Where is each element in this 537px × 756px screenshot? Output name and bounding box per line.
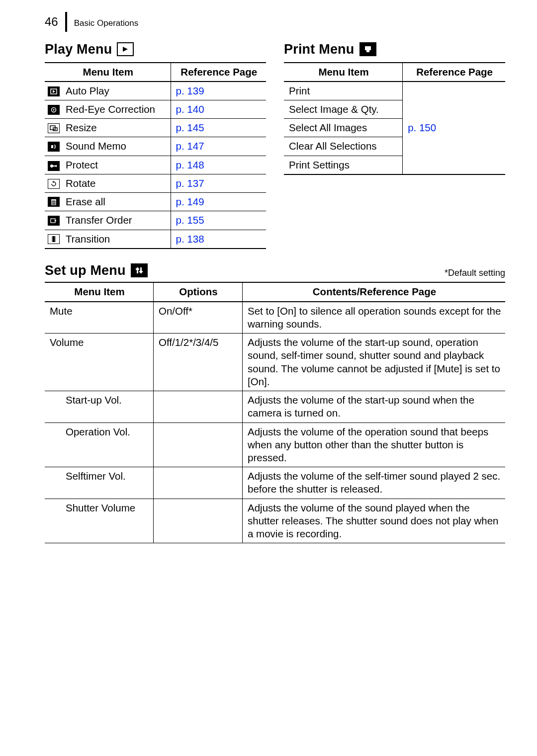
- svg-rect-10: [56, 165, 57, 167]
- page-number: 46: [45, 14, 58, 30]
- svg-marker-0: [123, 47, 128, 52]
- menu-item-name: Selftimer Vol.: [45, 467, 154, 499]
- table-row: Start-up Vol.Adjusts the volume of the s…: [45, 391, 505, 422]
- menu-item-contents: Adjusts the volume of the start-up sound…: [243, 391, 506, 422]
- print-menu-table: Menu Item Reference Page Printp. 150Sele…: [284, 62, 505, 175]
- page-reference-link[interactable]: p. 145: [176, 122, 204, 133]
- menu-item-name: Volume: [45, 334, 154, 391]
- print-th-ref: Reference Page: [403, 63, 505, 82]
- setup-th-options: Options: [154, 282, 243, 301]
- table-row: Printp. 150: [284, 82, 505, 100]
- svg-marker-11: [52, 181, 54, 183]
- page-reference-link[interactable]: p. 140: [176, 103, 204, 115]
- autoplay-icon: [48, 86, 60, 96]
- table-row: Transfer Orderp. 155: [45, 211, 266, 230]
- soundmemo-icon: [48, 142, 60, 152]
- menu-item-name: Resize: [61, 119, 171, 137]
- setup-menu-heading: Set up Menu: [45, 262, 148, 279]
- table-row: Rotatep. 137: [45, 174, 266, 192]
- svg-rect-27: [139, 271, 143, 272]
- protect-icon: [48, 161, 60, 171]
- svg-rect-24: [137, 267, 138, 273]
- svg-rect-13: [51, 199, 56, 200]
- table-row: Protectp. 148: [45, 156, 266, 174]
- menu-item-name: Start-up Vol.: [45, 391, 154, 422]
- page-reference-link[interactable]: p. 139: [176, 85, 204, 96]
- header-divider: [65, 12, 67, 32]
- page-reference-link[interactable]: p. 137: [176, 177, 204, 189]
- table-row: Shutter VolumeAdjusts the volume of the …: [45, 499, 505, 543]
- svg-rect-21: [55, 236, 56, 242]
- setup-menu-title: Set up Menu: [45, 262, 126, 279]
- menu-item-name: Sound Memo: [61, 137, 171, 156]
- menu-item-name: Rotate: [61, 174, 171, 192]
- table-row: MuteOn/Off*Set to [On] to silence all op…: [45, 302, 505, 334]
- svg-rect-23: [366, 50, 369, 52]
- menu-item-options: On/Off*: [154, 302, 243, 334]
- menu-item-options: [154, 467, 243, 499]
- table-row: Operation Vol.Adjusts the volume of the …: [45, 422, 505, 467]
- menu-item-options: [154, 422, 243, 467]
- svg-rect-26: [136, 268, 139, 270]
- page-reference-link[interactable]: p. 149: [176, 196, 204, 207]
- menu-item-name: Auto Play: [61, 82, 171, 100]
- menu-item-name: Transfer Order: [61, 211, 171, 230]
- table-row: Erase allp. 149: [45, 193, 266, 211]
- menu-item-name: Erase all: [61, 193, 171, 211]
- table-row: Resizep. 145: [45, 119, 266, 137]
- menu-item-contents: Set to [On] to silence all operation sou…: [243, 302, 506, 334]
- menu-item-name: Select All Images: [284, 119, 403, 137]
- page-reference-link[interactable]: p. 150: [408, 122, 436, 133]
- svg-marker-18: [55, 220, 57, 222]
- default-setting-note: *Default setting: [445, 267, 505, 279]
- menu-item-contents: Adjusts the volume of the sound played w…: [243, 499, 506, 543]
- print-menu-title: Print Menu: [284, 41, 355, 58]
- svg-rect-20: [52, 236, 53, 242]
- play-th-ref: Reference Page: [171, 63, 266, 82]
- play-menu-table: Menu Item Reference Page Auto Playp. 139…: [45, 62, 266, 249]
- menu-item-options: [154, 499, 243, 543]
- running-head: 46 Basic Operations: [45, 12, 505, 30]
- svg-point-4: [53, 109, 55, 111]
- menu-item-name: Print Settings: [284, 156, 403, 174]
- erase-icon: [48, 197, 60, 207]
- menu-item-name: Protect: [61, 156, 171, 174]
- page-reference-link[interactable]: p. 138: [176, 233, 204, 245]
- page-reference-link[interactable]: p. 155: [176, 214, 204, 226]
- table-row: Red-Eye Correctionp. 140: [45, 100, 266, 119]
- svg-rect-19: [53, 236, 55, 242]
- play-th-item: Menu Item: [45, 63, 171, 82]
- table-row: Auto Playp. 139: [45, 82, 266, 100]
- menu-item-name: Mute: [45, 302, 154, 334]
- resize-icon: [48, 123, 60, 133]
- svg-marker-2: [53, 90, 55, 93]
- print-icon: [359, 42, 376, 56]
- play-menu-title: Play Menu: [45, 41, 112, 58]
- print-th-item: Menu Item: [284, 63, 403, 82]
- svg-rect-22: [365, 46, 371, 50]
- menu-item-name: Operation Vol.: [45, 422, 154, 467]
- table-row: Transitionp. 138: [45, 230, 266, 249]
- rotate-icon: [48, 179, 60, 189]
- play-menu-heading: Play Menu: [45, 41, 266, 58]
- menu-item-name: Print: [284, 82, 403, 100]
- page-reference-link[interactable]: p. 148: [176, 159, 204, 170]
- table-row: Sound Memop. 147: [45, 137, 266, 156]
- menu-item-options: [154, 391, 243, 422]
- play-menu-section: Play Menu Menu Item Reference Page Auto …: [45, 41, 266, 249]
- svg-rect-25: [140, 267, 142, 273]
- print-menu-heading: Print Menu: [284, 41, 505, 58]
- menu-item-options: Off/1/2*/3/4/5: [154, 334, 243, 391]
- setup-th-item: Menu Item: [45, 282, 154, 301]
- setup-th-contents: Contents/Reference Page: [243, 282, 506, 301]
- menu-item-name: Clear All Selections: [284, 137, 403, 156]
- transfer-icon: [48, 216, 60, 226]
- section-name: Basic Operations: [74, 18, 138, 30]
- menu-item-name: Shutter Volume: [45, 499, 154, 543]
- redeye-icon: [48, 105, 60, 115]
- menu-item-contents: Adjusts the volume of the operation soun…: [243, 422, 506, 467]
- page-reference-link[interactable]: p. 147: [176, 140, 204, 152]
- menu-item-name: Red-Eye Correction: [61, 100, 171, 119]
- print-menu-section: Print Menu Menu Item Reference Page Prin…: [284, 41, 505, 249]
- play-icon: [117, 42, 134, 56]
